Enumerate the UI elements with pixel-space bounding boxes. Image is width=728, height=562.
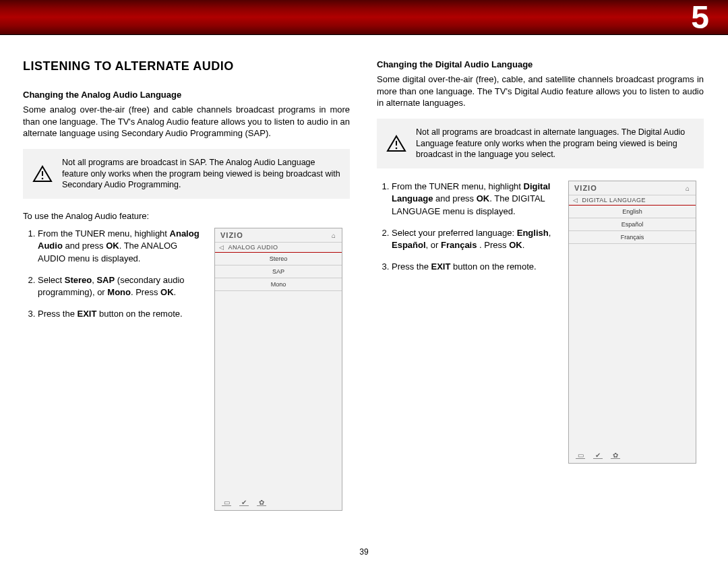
vizio-footer: ▭ ✔ ✿ — [569, 448, 696, 463]
vizio-menu-title-row: ◁ ANALOG AUDIO — [215, 243, 342, 253]
right-column: Changing the Digital Audio Language Some… — [377, 59, 704, 540]
v-icon: ✔ — [239, 499, 249, 506]
note-text-digital: Not all programs are broadcast in altern… — [416, 127, 694, 161]
vizio-items: English Español Français — [569, 206, 696, 244]
page-number: 39 — [0, 547, 728, 557]
chapter-number: 5 — [691, 0, 709, 36]
lead-analog: To use the Analog Audio feature: — [23, 211, 350, 221]
vizio-item: English — [569, 206, 696, 218]
vizio-item: Mono — [215, 278, 342, 291]
vizio-brand: VIZIO — [220, 231, 243, 239]
steps-analog: From the TUNER menu, highlight Analog Au… — [23, 228, 205, 330]
left-column: LISTENING TO ALTERNATE AUDIO Changing th… — [23, 59, 350, 540]
home-icon: ⌂ — [332, 232, 336, 239]
vizio-menu-title: DIGITAL LANGUAGE — [582, 197, 646, 204]
vizio-item: Stereo — [215, 253, 342, 266]
back-icon: ◁ — [219, 244, 224, 251]
gear-icon: ✿ — [257, 499, 266, 506]
step-3: Press the EXIT button on the remote. — [38, 308, 205, 320]
vizio-menu-title: ANALOG AUDIO — [229, 244, 278, 251]
steps-analog-wrap: From the TUNER menu, highlight Analog Au… — [23, 228, 350, 511]
step-1: From the TUNER menu, highlight Digital L… — [392, 181, 559, 218]
vizio-footer: ▭ ✔ ✿ — [215, 495, 342, 510]
steps-digital-wrap: From the TUNER menu, highlight Digital L… — [377, 181, 704, 464]
note-digital: Not all programs are broadcast in altern… — [377, 119, 704, 169]
vizio-panel-analog: VIZIO ⌂ ◁ ANALOG AUDIO Stereo SAP Mono ▭… — [214, 228, 342, 511]
vizio-header: VIZIO ⌂ — [215, 228, 342, 243]
vizio-item: Français — [569, 231, 696, 244]
gear-icon: ✿ — [611, 452, 620, 459]
wide-icon: ▭ — [222, 499, 231, 506]
step-2: Select your preferred language: English,… — [392, 227, 559, 251]
page-body: LISTENING TO ALTERNATE AUDIO Changing th… — [0, 35, 728, 547]
body-digital: Some digital over-the-air (free), cable,… — [377, 73, 704, 109]
chapter-header-bar: 5 — [0, 0, 728, 35]
note-analog: Not all programs are broadcast in SAP. T… — [23, 149, 350, 199]
vizio-header: VIZIO ⌂ — [569, 181, 696, 195]
subhead-digital: Changing the Digital Audio Language — [377, 59, 704, 69]
warning-icon — [32, 165, 53, 183]
step-1: From the TUNER menu, highlight Analog Au… — [38, 228, 205, 265]
vizio-item: Español — [569, 218, 696, 231]
vizio-brand: VIZIO — [574, 184, 597, 192]
vizio-items: Stereo SAP Mono — [215, 253, 342, 291]
steps-digital: From the TUNER menu, highlight Digital L… — [377, 181, 559, 282]
step-3: Press the EXIT button on the remote. — [392, 261, 559, 273]
vizio-menu-title-row: ◁ DIGITAL LANGUAGE — [569, 195, 696, 206]
main-title: LISTENING TO ALTERNATE AUDIO — [23, 59, 350, 73]
home-icon: ⌂ — [686, 185, 690, 192]
svg-point-3 — [396, 148, 398, 150]
vizio-item: SAP — [215, 266, 342, 278]
subhead-analog: Changing the Analog Audio Language — [23, 90, 350, 100]
wide-icon: ▭ — [576, 452, 585, 459]
vizio-panel-digital: VIZIO ⌂ ◁ DIGITAL LANGUAGE English Españ… — [568, 181, 696, 464]
back-icon: ◁ — [573, 197, 578, 204]
svg-point-1 — [42, 178, 44, 180]
step-2: Select Stereo, SAP (secondary audio prog… — [38, 274, 205, 299]
body-analog: Some analog over-the-air (free) and cabl… — [23, 104, 350, 139]
warning-icon — [386, 135, 406, 152]
v-icon: ✔ — [593, 452, 603, 459]
note-text-analog: Not all programs are broadcast in SAP. T… — [62, 157, 340, 191]
